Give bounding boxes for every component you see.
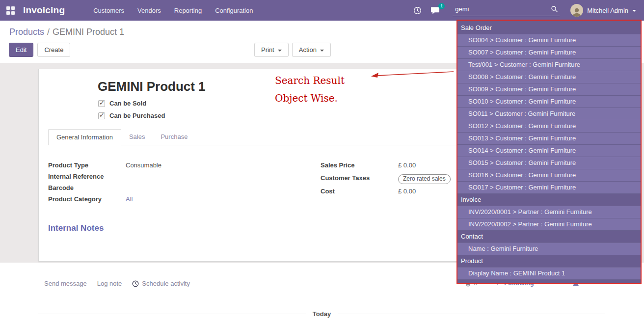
field-product-category: Product Category All <box>48 195 259 205</box>
search-result-item[interactable]: SO012 > Customer : Gemini Furniture <box>457 120 641 133</box>
can-be-sold-label: Can be Sold <box>109 100 146 107</box>
can-be-purchased-checkbox-row: Can be Purchased <box>98 112 165 119</box>
search-result-item[interactable]: INV/2020/0002 > Partner : Gemini Furnitu… <box>457 218 641 231</box>
tab-purchase[interactable]: Purchase <box>153 129 195 145</box>
search-group-header: Contact <box>457 231 641 243</box>
search-group-header: Sale Order <box>457 22 641 34</box>
tab-sales[interactable]: Sales <box>121 129 153 145</box>
avatar <box>570 4 583 17</box>
annotation-arrow <box>369 68 456 81</box>
search-result-item[interactable]: SO008 > Customer : Gemini Furniture <box>457 71 641 83</box>
can-be-purchased-label: Can be Purchased <box>109 112 165 119</box>
can-be-purchased-checkbox[interactable] <box>98 112 105 119</box>
search-result-item[interactable]: SO004 > Customer : Gemini Furniture <box>457 34 641 47</box>
menu-customers[interactable]: Customers <box>93 7 124 14</box>
tab-general-information[interactable]: General Information <box>48 129 121 145</box>
search-result-item[interactable]: SO009 > Customer : Gemini Furniture <box>457 83 641 96</box>
invoicing-app-page: Invoicing Customers Vendors Reporting Co… <box>0 0 644 323</box>
schedule-clock-icon <box>132 280 139 287</box>
field-group-left: Product Type Consumable Internal Referen… <box>48 162 259 207</box>
send-message-button[interactable]: Send message <box>44 280 87 287</box>
date-divider: Today <box>38 310 605 318</box>
breadcrumb-products[interactable]: Products <box>9 27 44 37</box>
print-dropdown-button[interactable]: Print <box>254 43 289 57</box>
search-result-item[interactable]: Name : Gemini Furniture <box>457 243 641 255</box>
message-count-badge: 1 <box>438 3 445 9</box>
product-title: GEMINI Product 1 <box>98 79 206 94</box>
chevron-down-icon <box>632 10 636 12</box>
top-navbar: Invoicing Customers Vendors Reporting Co… <box>0 0 644 21</box>
search-result-item[interactable]: SO013 > Customer : Gemini Furniture <box>457 133 641 145</box>
annotation-text: Search Result Object Wise. <box>275 72 345 107</box>
chevron-down-icon <box>320 50 324 52</box>
search-magnifier-icon[interactable] <box>551 5 558 14</box>
field-barcode: Barcode <box>48 184 259 193</box>
schedule-activity-button[interactable]: Schedule activity <box>132 280 190 287</box>
can-be-sold-checkbox-row: Can be Sold <box>98 100 146 107</box>
user-name: Mitchell Admin <box>587 7 628 14</box>
menu-vendors[interactable]: Vendors <box>137 7 161 14</box>
global-search[interactable] <box>453 4 560 16</box>
app-name[interactable]: Invoicing <box>23 5 65 16</box>
search-result-item[interactable]: SO010 > Customer : Gemini Furniture <box>457 96 641 108</box>
search-group-header: Product <box>457 255 641 268</box>
activities-clock-icon[interactable] <box>413 6 422 15</box>
breadcrumb-separator: / <box>47 27 50 37</box>
internal-notes-heading: Internal Notes <box>48 223 104 233</box>
menu-reporting[interactable]: Reporting <box>174 7 202 14</box>
apps-grid-icon[interactable] <box>6 6 15 15</box>
search-result-item[interactable]: SO017 > Customer : Gemini Furniture <box>457 182 641 194</box>
record-buttons: Edit Create <box>9 43 70 57</box>
search-result-item[interactable]: SO015 > Customer : Gemini Furniture <box>457 157 641 169</box>
edit-button[interactable]: Edit <box>9 43 33 57</box>
action-buttons: Print Action <box>254 43 331 57</box>
search-input[interactable] <box>455 5 543 13</box>
user-menu[interactable]: Mitchell Admin <box>570 4 636 17</box>
search-result-item[interactable]: Display Name : GEMINI Product 1 <box>457 268 641 280</box>
search-result-item[interactable]: Test/001 > Customer : Gemini Furniture <box>457 59 641 71</box>
log-note-button[interactable]: Log note <box>97 280 122 287</box>
breadcrumb: Products/GEMINI Product 1 <box>9 27 124 37</box>
action-dropdown-button[interactable]: Action <box>292 43 331 57</box>
chevron-down-icon <box>278 50 282 52</box>
create-button[interactable]: Create <box>37 43 70 57</box>
systray: 1 <box>413 6 440 15</box>
messages-chat-icon[interactable]: 1 <box>430 6 440 15</box>
search-result-item[interactable]: SO007 > Customer : Gemini Furniture <box>457 47 641 59</box>
menu-configuration[interactable]: Configuration <box>215 7 253 14</box>
can-be-sold-checkbox[interactable] <box>98 100 105 107</box>
search-result-item[interactable]: INV/2020/0001 > Partner : Gemini Furnitu… <box>457 206 641 218</box>
chatter-actions: Send message Log note Schedule activity <box>44 280 190 287</box>
main-menu: Customers Vendors Reporting Configuratio… <box>93 7 253 14</box>
product-category-link[interactable]: All <box>126 195 133 203</box>
search-group-header: Invoice <box>457 194 641 206</box>
breadcrumb-current: GEMINI Product 1 <box>53 27 124 37</box>
field-product-type: Product Type Consumable <box>48 162 259 171</box>
tax-tag[interactable]: Zero rated sales <box>398 174 451 184</box>
search-results-dropdown: Sale OrderSO004 > Customer : Gemini Furn… <box>456 20 642 284</box>
field-internal-reference: Internal Reference <box>48 173 259 182</box>
search-result-item[interactable]: SO016 > Customer : Gemini Furniture <box>457 169 641 182</box>
search-result-item[interactable]: SO014 > Customer : Gemini Furniture <box>457 145 641 157</box>
search-result-item[interactable]: SO011 > Customer : Gemini Furniture <box>457 108 641 120</box>
